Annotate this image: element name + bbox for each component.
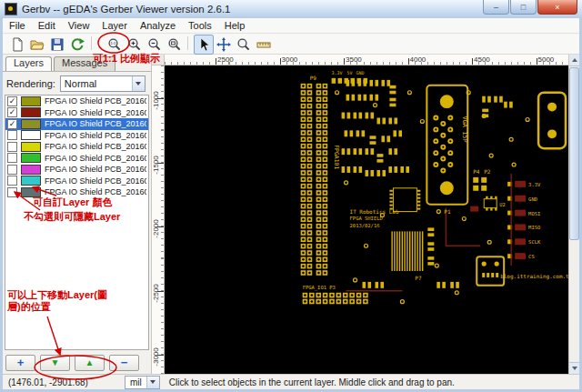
layer-visibility-checkbox[interactable] — [7, 176, 17, 186]
rendering-select[interactable]: Normal — [60, 75, 146, 92]
layer-color-swatch[interactable] — [21, 142, 41, 152]
layer-color-swatch[interactable] — [21, 107, 41, 117]
zoom-one-to-one-icon: 1:1 — [107, 37, 122, 52]
layer-row[interactable]: FPGA IO Shield PCB_20160225- — [5, 130, 148, 142]
pcb-text-label: U2 — [499, 202, 506, 207]
layer-row[interactable]: FPGA IO Shield PCB_20160225- — [5, 164, 148, 176]
layer-color-swatch[interactable] — [21, 119, 41, 129]
menu-item-tools[interactable]: Tools — [182, 19, 218, 32]
menu-item-help[interactable]: Help — [218, 19, 252, 32]
layer-row-selected[interactable]: ✓ FPGA IO Shield PCB_20160225- — [5, 118, 148, 130]
new-file-button[interactable] — [7, 35, 27, 55]
layer-color-swatch[interactable] — [21, 165, 41, 175]
layer-visibility-checkbox[interactable]: ✓ — [7, 119, 17, 129]
minus-icon: − — [121, 358, 128, 367]
zoom-fit-icon — [167, 37, 182, 52]
scroll-down-button[interactable] — [569, 362, 579, 374]
menu-item-analyze[interactable]: Analyze — [134, 19, 182, 32]
remove-layer-button[interactable]: − — [109, 355, 139, 371]
pointer-tool-button[interactable] — [194, 35, 214, 55]
chevron-down-icon[interactable] — [132, 76, 145, 91]
reload-button[interactable] — [67, 35, 87, 55]
layer-visibility-checkbox[interactable]: ✓ — [7, 107, 17, 117]
chevron-down-icon[interactable] — [146, 377, 159, 388]
move-layer-down-button[interactable]: ▼ — [40, 355, 70, 371]
layer-color-swatch[interactable] — [21, 130, 41, 140]
layer-row[interactable]: ✓ FPGA IO Shield PCB_20160225- — [5, 107, 148, 119]
pcb-canvas[interactable]: P93.3V5VGNDFPGA101VGA 15PP1P4P23.3VGNDMO… — [165, 65, 568, 374]
scroll-up-button[interactable] — [569, 55, 579, 66]
status-hint: Click to select objects in the current l… — [169, 377, 455, 387]
save-file-button[interactable] — [47, 35, 67, 55]
minimize-button[interactable]: – — [483, 0, 509, 15]
svg-text:1:1: 1:1 — [111, 41, 116, 45]
zoom-out-button[interactable] — [145, 35, 165, 55]
zoom-fit-button[interactable] — [165, 35, 185, 55]
layer-visibility-checkbox[interactable]: ✓ — [7, 96, 17, 106]
layer-visibility-checkbox[interactable] — [7, 130, 17, 140]
menu-bar: File Edit View Layer Analyze Tools Help — [3, 18, 579, 34]
pcb-text-label: P1 — [444, 208, 451, 215]
pointer-cursor-icon — [196, 37, 211, 52]
zoom-in-button[interactable] — [125, 35, 145, 55]
layer-color-swatch[interactable] — [21, 176, 41, 186]
layer-row[interactable]: FPGA IO Shield PCB_20160225- — [5, 141, 148, 153]
zoom-in-icon — [127, 37, 142, 52]
ruler-vertical: -1000-1500-2000-2500-3000 — [152, 65, 165, 374]
close-button[interactable]: × — [537, 0, 577, 15]
layer-color-swatch[interactable] — [21, 96, 41, 106]
layer-row[interactable]: ✓ FPGA IO Shield PCB_20160225- — [5, 95, 148, 107]
pcb-text-label: 2013/02/16 — [350, 223, 380, 228]
open-file-button[interactable] — [27, 35, 47, 55]
maximize-button[interactable]: □ — [510, 0, 537, 15]
scroll-thumb[interactable] — [569, 67, 579, 240]
layer-row[interactable]: FPGA IO Shield PCB_20160225- — [5, 176, 148, 187]
menu-item-layer[interactable]: Layer — [95, 19, 134, 32]
layer-name: FPGA IO Shield PCB_20160225- — [45, 154, 146, 163]
annotation-move-note: 可以上下移動Layer(圖層)的位置 — [7, 289, 116, 313]
layer-row[interactable]: FPGA IO Shield PCB_20160225- — [5, 153, 148, 165]
layer-visibility-checkbox[interactable] — [7, 142, 17, 152]
pcb-text-label: MISO — [528, 225, 540, 230]
ruler-tick-label: 5000 — [538, 55, 555, 64]
layer-color-swatch[interactable] — [21, 153, 41, 163]
units-select[interactable]: mil — [125, 376, 160, 389]
menu-item-file[interactable]: File — [3, 19, 32, 32]
annotation-zoom-note: 可1:1 比例顯示 — [93, 53, 160, 65]
ruler-tick-label: -1500 — [152, 155, 160, 175]
pan-tool-button[interactable] — [214, 35, 234, 55]
layer-visibility-checkbox[interactable] — [7, 153, 17, 163]
pcb-text-label: 3.3V — [528, 182, 541, 187]
pcb-text-label: FPGA_IO1 P3 — [303, 285, 336, 291]
layer-name: FPGA IO Shield PCB_20160225- — [45, 119, 146, 128]
ruler-tick-label: 4500 — [474, 55, 490, 64]
zoom-tool-button[interactable] — [234, 35, 254, 55]
menu-item-edit[interactable]: Edit — [32, 19, 62, 32]
ruler-tick-label: -2500 — [152, 283, 160, 303]
vertical-scrollbar[interactable] — [568, 55, 579, 374]
layer-name: FPGA IO Shield PCB_20160225- — [45, 142, 146, 151]
pcb-text-label: P4 — [473, 168, 480, 175]
layer-visibility-checkbox[interactable] — [7, 165, 17, 175]
title-bar[interactable]: Gerbv -- gEDA's Gerber Viewer version 2.… — [0, 0, 582, 18]
pcb-text-label: MOSI — [528, 211, 540, 216]
pcb-text-label: GND — [356, 70, 365, 75]
pcb-text-label: 3.3V — [332, 70, 343, 75]
zoom-one-to-one-button[interactable]: 1:1 — [105, 35, 125, 55]
arrow-up-icon: ▲ — [85, 358, 95, 367]
toolbar-separator — [187, 36, 188, 50]
layer-visibility-checkbox[interactable] — [7, 187, 17, 197]
ruler-tick-label: 3500 — [346, 55, 362, 64]
layer-name: FPGA IO Shield PCB_20160225- — [45, 165, 146, 174]
magnifier-icon — [236, 37, 251, 52]
pcb-text-label: FPGA101 — [333, 145, 340, 169]
add-layer-button[interactable]: + — [5, 355, 35, 371]
tab-layers[interactable]: Layers — [5, 56, 52, 71]
move-layer-up-button[interactable]: ▲ — [75, 355, 105, 371]
pcb-text-label: P2 — [484, 168, 491, 175]
layer-name: FPGA IO Shield PCB_20160225- — [45, 187, 146, 196]
measure-tool-button[interactable] — [254, 35, 274, 55]
status-bar: (1476.01, -2901.68) mil Click to select … — [3, 374, 579, 389]
layer-name: FPGA IO Shield PCB_20160225- — [45, 96, 146, 106]
menu-item-view[interactable]: View — [62, 19, 96, 32]
